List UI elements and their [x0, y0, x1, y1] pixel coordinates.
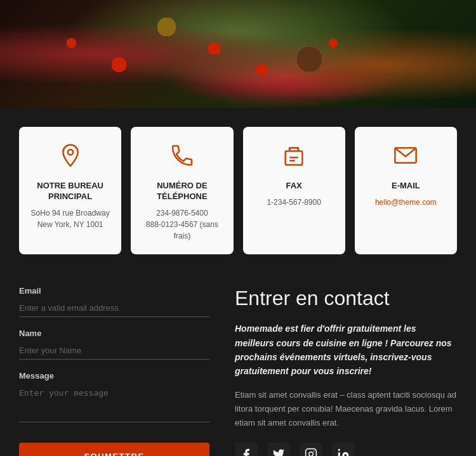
svg-point-6 [309, 452, 314, 456]
telephone-title: NUMÉRO DETÉLÉPHONE [157, 181, 207, 202]
name-form-group: Name [19, 329, 209, 360]
contact-body: Etiam sit amet convallis erat – class ap… [235, 388, 457, 430]
svg-point-0 [67, 150, 72, 155]
submit-button[interactable]: SOUMETTRE [19, 443, 209, 456]
facebook-icon[interactable] [235, 443, 258, 456]
email-form-group: Email [19, 286, 209, 317]
fax-icon [281, 143, 307, 173]
message-label: Message [19, 371, 209, 381]
phone-icon [169, 143, 195, 173]
email-card: E-MAIL hello@theme.com [355, 127, 457, 254]
hero-image [0, 0, 476, 108]
telephone-detail: 234-9876-5400888-0123-4567 (sans frais) [140, 207, 223, 242]
main-content: Email Name Message SOUMETTRE Entrer en c… [0, 267, 476, 456]
email-title: E-MAIL [392, 181, 420, 192]
email-detail: hello@theme.com [375, 197, 437, 208]
instagram-icon[interactable] [300, 443, 322, 456]
email-input[interactable] [19, 299, 209, 317]
email-label: Email [19, 286, 209, 296]
email-icon [393, 143, 418, 173]
hero-decoration [0, 0, 476, 108]
fax-detail: 1-234-567-8900 [267, 197, 321, 208]
fax-title: FAX [286, 181, 301, 192]
contact-form: Email Name Message SOUMETTRE [19, 286, 209, 456]
name-input[interactable] [19, 342, 209, 360]
bureau-card: NOTRE BUREAUPRINCIPAL SoHo 94 rue Broadw… [19, 127, 121, 254]
message-form-group: Message [19, 371, 209, 425]
name-label: Name [19, 329, 209, 338]
svg-point-7 [314, 451, 315, 452]
twitter-icon[interactable] [267, 443, 290, 456]
hero-background [0, 0, 476, 108]
bureau-title: NOTRE BUREAUPRINCIPAL [37, 181, 103, 202]
svg-point-8 [338, 449, 340, 451]
contact-title: Entrer en contact [235, 286, 457, 310]
social-icons-row [235, 443, 457, 456]
contact-info-section: Entrer en contact Homemade est fier d'of… [235, 286, 457, 456]
contact-highlight: Homemade est fier d'offrir gratuitement … [235, 322, 457, 379]
location-icon [58, 143, 83, 173]
bureau-detail: SoHo 94 rue Broadway New York, NY 1001 [29, 207, 112, 230]
fax-card: FAX 1-234-567-8900 [243, 127, 345, 254]
linkedin-icon[interactable] [332, 443, 355, 456]
message-textarea[interactable] [19, 384, 209, 422]
telephone-card: NUMÉRO DETÉLÉPHONE 234-9876-5400888-0123… [131, 127, 233, 254]
info-cards-strip: NOTRE BUREAUPRINCIPAL SoHo 94 rue Broadw… [0, 108, 476, 267]
